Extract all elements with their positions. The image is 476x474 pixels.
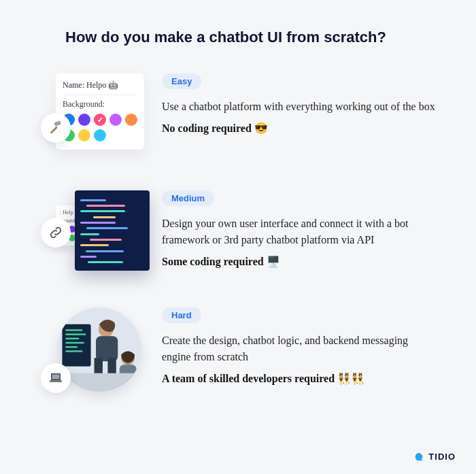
- swatch-row: [63, 114, 137, 141]
- svg-rect-0: [50, 126, 58, 134]
- badge-easy: Easy: [162, 73, 201, 89]
- card-name-value: Helpo 🤖: [86, 80, 118, 90]
- swatch: [94, 129, 106, 141]
- row-hard: Hard Create the design, chatbot logic, a…: [41, 307, 435, 396]
- svg-rect-11: [96, 336, 118, 361]
- svg-rect-8: [65, 346, 77, 348]
- brand-footer: TIDIO: [413, 451, 456, 462]
- desc-hard: Create the design, chatbot logic, and ba…: [162, 333, 435, 365]
- note-easy: No coding required 😎: [162, 122, 435, 135]
- hammer-icon: [41, 113, 71, 143]
- badge-hard: Hard: [162, 307, 201, 323]
- illustration-hard: [41, 307, 150, 396]
- illustration-easy: Name: Helpo 🤖 Background:: [41, 73, 150, 162]
- svg-rect-5: [65, 333, 86, 335]
- note-medium: Some coding required 🖥️: [162, 255, 435, 268]
- page-title: How do you make a chatbot UI from scratc…: [41, 29, 435, 46]
- link-icon: [41, 218, 71, 248]
- tidio-logo-icon: [413, 451, 424, 462]
- desc-easy: Use a chatbot platform with everything w…: [162, 99, 435, 115]
- swatch: [94, 114, 106, 126]
- laptop-icon: [41, 363, 71, 393]
- desc-medium: Design your own user interface and conne…: [162, 216, 435, 248]
- svg-rect-7: [65, 342, 84, 343]
- svg-rect-6: [65, 338, 79, 339]
- card-bg-label: Background:: [63, 99, 137, 109]
- swatch: [78, 129, 90, 141]
- swatch: [109, 114, 122, 126]
- swatch: [78, 114, 90, 126]
- svg-rect-18: [52, 375, 60, 379]
- note-hard: A team of skilled developers required 👯👯: [162, 372, 435, 385]
- svg-rect-19: [50, 380, 62, 382]
- svg-rect-9: [65, 350, 82, 352]
- brand-name: TIDIO: [428, 452, 456, 462]
- svg-rect-4: [65, 329, 82, 331]
- row-easy: Name: Helpo 🤖 Background: Easy Use a cha…: [41, 73, 435, 162]
- chatbot-card: Name: Helpo 🤖 Background:: [56, 73, 144, 150]
- card-name-label: Name:: [63, 80, 84, 90]
- code-editor: [75, 190, 150, 271]
- svg-rect-1: [54, 120, 61, 126]
- swatch: [125, 114, 137, 126]
- badge-medium: Medium: [162, 190, 214, 206]
- illustration-medium: : Help ground: [41, 190, 150, 279]
- row-medium: : Help ground: [41, 190, 435, 279]
